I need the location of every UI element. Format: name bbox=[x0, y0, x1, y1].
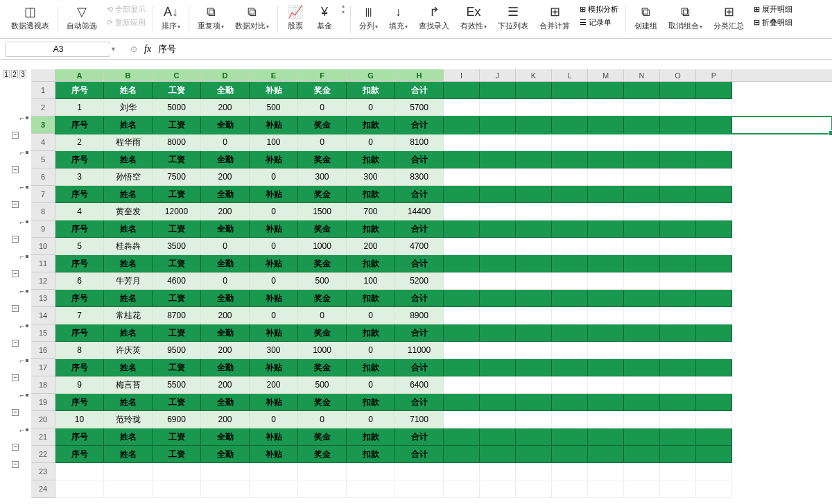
datatype-up[interactable]: ▴ bbox=[342, 3, 345, 9]
form-icon: ☰ bbox=[580, 18, 587, 27]
consolidate-icon: ⊞ bbox=[550, 4, 560, 19]
data-compare-button[interactable]: ⧉数据对比▾ bbox=[229, 3, 275, 33]
group-button[interactable]: ⧉创建组 bbox=[629, 3, 663, 33]
dropdown-icon: ☰ bbox=[508, 4, 519, 19]
consolidate-button[interactable]: ⊞合并计算 bbox=[534, 3, 575, 33]
showall-icon: ⟲ bbox=[107, 5, 113, 14]
stock-icon: 📈 bbox=[288, 4, 303, 19]
whatif-button[interactable]: ⊞ 模拟分析 bbox=[575, 3, 623, 16]
reapply-icon: ⟳ bbox=[107, 18, 113, 27]
fund-icon: ¥ bbox=[321, 4, 328, 19]
filter-icon: ▽ bbox=[77, 4, 87, 19]
lookup-icon: ↱ bbox=[429, 4, 440, 19]
formula-input[interactable] bbox=[158, 44, 435, 54]
compare-icon: ⧉ bbox=[248, 4, 257, 19]
autofilter-button[interactable]: ▽自动筛选 bbox=[61, 3, 103, 33]
lookup-entry-button[interactable]: ↱查找录入 bbox=[413, 3, 455, 33]
name-box[interactable]: ▼ bbox=[6, 42, 110, 57]
expand-icon: ⊞ bbox=[754, 5, 760, 14]
cancel-icon[interactable]: ⊙ bbox=[130, 44, 137, 54]
subtotal-icon: ⊞ bbox=[724, 4, 734, 19]
form-button[interactable]: ☰ 记录单 bbox=[575, 16, 623, 29]
dropdown-list-button[interactable]: ☰下拉列表 bbox=[492, 3, 534, 33]
ungroup-icon: ⧉ bbox=[681, 4, 690, 19]
duplicates-button[interactable]: ⧉重复项▾ bbox=[192, 3, 229, 33]
name-box-input[interactable] bbox=[6, 44, 110, 54]
ungroup-button[interactable]: ⧉取消组合▾ bbox=[663, 3, 708, 33]
pivot-table-button[interactable]: ◫数据透视表 bbox=[6, 3, 55, 33]
valid-icon: Ex bbox=[467, 4, 481, 19]
ribbon-toolbar: ◫数据透视表 ▽自动筛选 ⟲ 全部显示 ⟳ 重新应用 A↓排序▾ ⧉重复项▾ ⧉… bbox=[0, 0, 832, 39]
text-to-columns-button[interactable]: ⫼分列▾ bbox=[354, 3, 383, 33]
reapply-button[interactable]: ⟳ 重新应用 bbox=[103, 16, 150, 29]
collapse-detail-button[interactable]: ⊟ 折叠明细 bbox=[749, 16, 797, 29]
validation-button[interactable]: Ex有效性▾ bbox=[455, 3, 492, 33]
fund-button[interactable]: ¥基金 bbox=[310, 3, 339, 33]
sort-button[interactable]: A↓排序▾ bbox=[156, 3, 186, 33]
fx-button[interactable]: fx bbox=[144, 44, 151, 55]
fill-icon: ↓ bbox=[395, 4, 401, 19]
collapse-icon: ⊟ bbox=[754, 18, 760, 27]
formula-bar: ▼ ⊙ fx bbox=[0, 39, 832, 60]
showall-button[interactable]: ⟲ 全部显示 bbox=[103, 3, 150, 16]
dup-icon: ⧉ bbox=[207, 4, 216, 19]
datatype-down[interactable]: ▾ bbox=[342, 9, 345, 15]
expand-detail-button[interactable]: ⊞ 展开明细 bbox=[749, 3, 797, 16]
group-icon: ⧉ bbox=[641, 4, 650, 19]
name-box-dropdown[interactable]: ▼ bbox=[110, 46, 116, 53]
split-icon: ⫼ bbox=[363, 4, 375, 19]
subtotal-button[interactable]: ⊞分类汇总 bbox=[708, 3, 749, 33]
fill-button[interactable]: ↓填充▾ bbox=[383, 3, 413, 33]
sort-icon: A↓ bbox=[164, 4, 178, 19]
stock-button[interactable]: 📈股票 bbox=[281, 3, 310, 33]
pivot-icon: ◫ bbox=[24, 4, 36, 19]
whatif-icon: ⊞ bbox=[580, 5, 586, 14]
